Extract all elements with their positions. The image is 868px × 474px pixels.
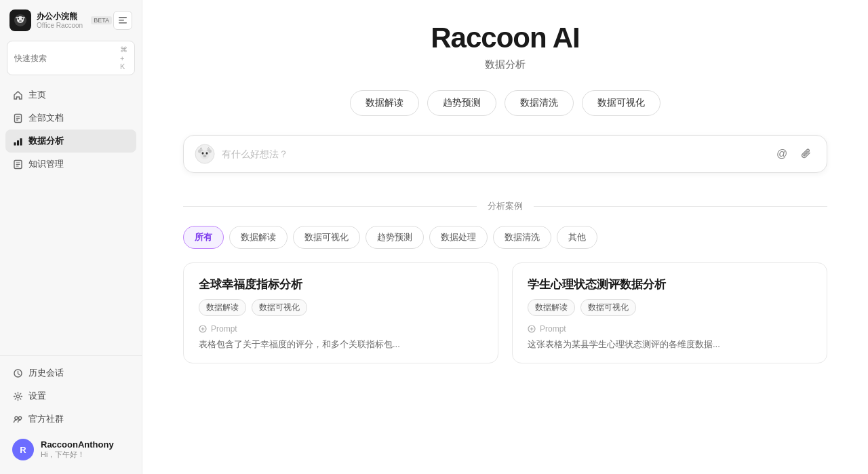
card-prompt-label-1: Prompt [528,324,812,334]
settings-icon [12,391,23,401]
card-tag-0-1: 数据可视化 [252,299,307,316]
svg-point-6 [22,17,25,18]
card-tag-0-0: 数据解读 [199,299,246,316]
prompt-icon-1 [528,325,536,333]
sidebar-item-home-label: 主页 [28,89,46,101]
history-icon [12,368,23,378]
card-title-0: 全球幸福度指标分析 [199,277,483,292]
quick-tag-data-reading[interactable]: 数据解读 [350,90,419,116]
quick-tag-data-visualization[interactable]: 数据可视化 [582,90,660,116]
user-name: RaccoonAnthony [41,439,114,450]
card-prompt-label-0: Prompt [199,324,483,334]
card-title-1: 学生心理状态测评数据分析 [528,277,812,292]
svg-point-5 [16,17,18,18]
input-actions: @ [772,144,816,163]
main-input[interactable] [222,149,772,159]
sidebar-item-data-analysis[interactable]: 数据分析 [5,130,136,153]
app-subtitle: Office Raccoon [37,22,83,29]
community-icon [12,414,23,424]
page-subtitle: 数据分析 [183,58,827,71]
sidebar-bottom: 历史会话 设置 官方社群 R RaccoonAnthony Hi，下午好！ [0,355,142,474]
card-tags-1: 数据解读 数据可视化 [528,299,812,316]
chart-icon [12,136,23,146]
logo-icon [9,9,31,31]
svg-point-22 [14,416,17,419]
sidebar-item-history[interactable]: 历史会话 [5,361,136,384]
mention-button[interactable]: @ [772,144,791,163]
sidebar: 办公小浣熊 Office Raccoon BETA ⌘ + K 主页 [0,0,142,474]
svg-rect-17 [17,140,19,146]
raccoon-avatar-icon [195,144,215,164]
sidebar-item-all-docs[interactable]: 全部文档 [5,106,136,130]
avatar: R [12,439,34,460]
divider-line-left [183,206,477,207]
svg-point-4 [19,20,22,22]
sidebar-logo: 办公小浣熊 Office Raccoon BETA [9,9,112,31]
svg-rect-9 [119,22,127,24]
docs-icon [12,113,23,123]
cases-section-label: 分析案例 [488,200,523,212]
filter-tab-data-viz[interactable]: 数据可视化 [293,226,360,249]
svg-rect-16 [14,142,16,146]
svg-rect-7 [119,17,127,18]
filter-tab-data-cleaning[interactable]: 数据清洗 [493,226,551,249]
card-tags-0: 数据解读 数据可视化 [199,299,483,316]
sidebar-item-community-label: 官方社群 [28,413,64,425]
quick-tags: 数据解读 趋势预测 数据清洗 数据可视化 [183,90,827,116]
main-content: Raccoon AI 数据分析 数据解读 趋势预测 数据清洗 数据可视化 @ [142,0,868,474]
case-card-0[interactable]: 全球幸福度指标分析 数据解读 数据可视化 Prompt 表格包含了关于幸福度的评… [183,262,498,363]
home-icon [12,90,23,100]
filter-tab-all[interactable]: 所有 [183,226,224,249]
svg-point-23 [18,416,21,419]
svg-point-28 [202,152,204,155]
filter-tab-other[interactable]: 其他 [557,226,597,249]
sidebar-item-history-label: 历史会话 [28,367,64,379]
card-description-1: 这张表格为某县学生心理状态测评的各维度数据... [528,338,812,352]
input-area[interactable]: @ [183,135,827,173]
prompt-text-1: Prompt [540,324,566,334]
svg-point-21 [16,395,19,397]
filter-tabs: 所有 数据解读 数据可视化 趋势预测 数据处理 数据清洗 其他 [183,226,827,249]
sidebar-item-home[interactable]: 主页 [5,83,136,106]
prompt-text-0: Prompt [211,324,237,334]
card-description-0: 表格包含了关于幸福度的评分，和多个关联指标包... [199,338,483,352]
user-profile[interactable]: R RaccoonAnthony Hi，下午好！ [5,433,136,466]
page-header: Raccoon AI 数据分析 [183,22,827,71]
sidebar-toggle-button[interactable] [113,11,132,30]
user-info: RaccoonAnthony Hi，下午好！ [41,439,114,460]
filter-tab-data-processing[interactable]: 数据处理 [429,226,488,249]
user-greeting: Hi，下午好！ [41,450,114,460]
cases-divider: 分析案例 [183,200,827,212]
card-tag-1-0: 数据解读 [528,299,575,316]
beta-badge: BETA [91,16,112,24]
sidebar-item-knowledge-label: 知识管理 [28,158,64,170]
sidebar-item-settings[interactable]: 设置 [5,384,136,408]
case-card-1[interactable]: 学生心理状态测评数据分析 数据解读 数据可视化 Prompt 这张表格为某县学生… [512,262,827,363]
sidebar-item-all-docs-label: 全部文档 [28,112,64,124]
knowledge-icon [12,159,23,170]
svg-point-29 [206,152,208,155]
quick-tag-trend-prediction[interactable]: 趋势预测 [427,90,496,116]
cases-section: 分析案例 所有 数据解读 数据可视化 趋势预测 数据处理 数据清洗 其他 全球幸… [183,200,827,447]
sidebar-item-settings-label: 设置 [28,390,46,402]
cards-grid: 全球幸福度指标分析 数据解读 数据可视化 Prompt 表格包含了关于幸福度的评… [183,262,827,363]
sidebar-item-community[interactable]: 官方社群 [5,408,136,431]
divider-line-right [534,206,827,207]
svg-point-30 [203,155,207,157]
app-name: 办公小浣熊 [37,12,83,21]
sidebar-header: 办公小浣熊 Office Raccoon BETA [0,0,142,38]
svg-rect-18 [20,138,22,146]
sidebar-item-data-analysis-label: 数据分析 [28,135,64,147]
search-input[interactable] [14,54,116,63]
attachment-button[interactable] [797,144,816,163]
svg-rect-8 [119,20,124,21]
prompt-icon-0 [199,325,207,333]
search-bar[interactable]: ⌘ + K [7,41,135,75]
nav-items: 主页 全部文档 数据分析 知识管理 [0,81,142,355]
sidebar-item-knowledge[interactable]: 知识管理 [5,153,136,176]
card-tag-1-1: 数据可视化 [580,299,636,316]
page-title: Raccoon AI [183,22,827,54]
filter-tab-trend[interactable]: 趋势预测 [366,226,424,249]
quick-tag-data-cleaning[interactable]: 数据清洗 [505,90,574,116]
filter-tab-data-reading[interactable]: 数据解读 [229,226,288,249]
